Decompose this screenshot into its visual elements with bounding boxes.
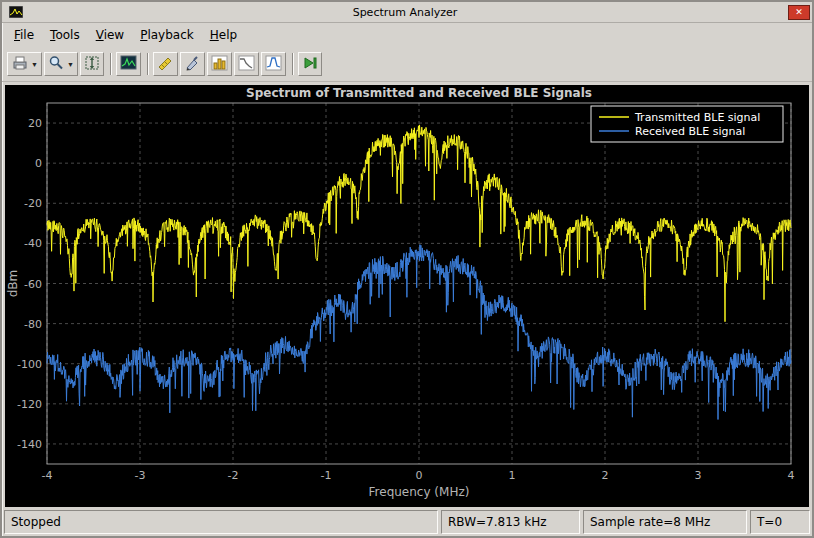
spectrum-analyzer-window: Spectrum Analyzer ✕ File Tools View Play… [0,0,814,538]
ccdf-icon [238,55,255,74]
ccdf-measurements-button[interactable] [234,52,259,76]
x-tick-label: 1 [509,469,516,482]
distortion-measurements-button[interactable] [207,52,232,76]
spectrum-settings-button[interactable] [116,52,141,76]
status-time: T=0 [750,510,810,534]
spectral-mask-icon [265,55,282,74]
x-tick-label: -1 [321,469,332,482]
y-tick-label: 0 [35,157,42,170]
x-axis-label: Frequency (MHz) [369,485,470,499]
y-tick-label: -100 [17,358,42,371]
title-bar[interactable]: Spectrum Analyzer ✕ [2,2,812,23]
legend-label: Received BLE signal [635,125,745,138]
y-tick-label: -20 [24,197,42,210]
print-button[interactable]: ▼ [7,52,42,76]
x-tick-label: -3 [135,469,146,482]
toolbar-separator [147,53,149,75]
peak-finder-button[interactable] [180,52,205,76]
fit-to-view-button[interactable] [80,52,104,76]
distortion-bars-icon [211,55,228,74]
spectrum-settings-icon [120,55,137,73]
status-sample-rate: Sample rate=8 MHz [583,510,747,534]
x-tick-label: -2 [228,469,239,482]
spectral-mask-button[interactable] [261,52,286,76]
y-tick-label: -140 [17,438,42,451]
legend-label: Transmitted BLE signal [634,111,760,124]
measure-ruler-icon [157,55,174,74]
x-tick-label: 4 [788,469,795,482]
y-tick-label: 20 [28,117,42,130]
status-state: Stopped [4,510,438,534]
close-button[interactable]: ✕ [788,5,810,20]
x-tick-label: 2 [602,469,609,482]
window-title: Spectrum Analyzer [28,6,782,19]
status-rbw: RBW=7.813 kHz [441,510,580,534]
x-tick-label: 0 [416,469,423,482]
figure-area[interactable]: -4-3-2-101234200-20-40-60-80-100-120-140… [5,85,809,507]
dropdown-caret: ▼ [31,61,38,68]
step-forward-icon [302,55,318,74]
menu-help[interactable]: Help [202,25,245,45]
y-tick-label: -120 [17,398,42,411]
spectrum-plot[interactable]: -4-3-2-101234200-20-40-60-80-100-120-140… [5,85,809,507]
zoom-icon [48,55,65,74]
menu-bar: File Tools View Playback Help [2,23,812,47]
app-icon [4,6,28,18]
print-icon [11,55,29,74]
zoom-menu-button[interactable]: ▼ [44,52,78,76]
toolbar-separator [292,53,294,75]
toolbar-separator [110,53,112,75]
peak-finder-icon [184,55,201,74]
y-axis-label: dBm [6,270,20,298]
step-forward-button[interactable] [298,52,322,76]
menu-view[interactable]: View [88,25,132,45]
fit-to-view-icon [84,55,100,74]
menu-tools[interactable]: Tools [42,25,88,45]
menu-playback[interactable]: Playback [132,25,202,45]
y-tick-label: -60 [24,278,42,291]
x-tick-label: 3 [695,469,702,482]
cursor-measurements-button[interactable] [153,52,178,76]
y-tick-label: -80 [24,318,42,331]
menu-file[interactable]: File [6,25,42,45]
y-tick-label: -40 [24,237,42,250]
chart-title: Spectrum of Transmitted and Received BLE… [246,86,592,100]
x-tick-label: -4 [42,469,53,482]
dropdown-caret: ▼ [67,61,74,68]
status-bar: Stopped RBW=7.813 kHz Sample rate=8 MHz … [4,510,810,534]
toolbar: ▼ ▼ [2,47,812,82]
